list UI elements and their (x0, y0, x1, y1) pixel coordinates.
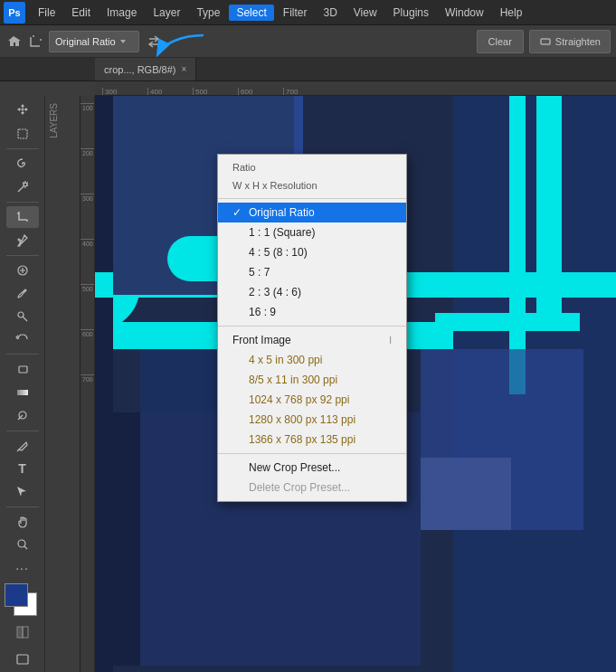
home-icon[interactable] (5, 33, 22, 50)
dropdown-section-ratios: Original Ratio 1 : 1 (Square) 4 : 5 (8 :… (218, 199, 406, 327)
tool-eraser[interactable] (6, 358, 39, 380)
tool-magic-wand[interactable] (6, 175, 39, 197)
menu-help[interactable]: Help (493, 5, 530, 21)
options-bar: Original Ratio Clear Straighten (0, 25, 616, 58)
main-layout: T ··· LAYERS (0, 96, 616, 672)
svg-rect-5 (19, 366, 27, 373)
front-image-shortcut: I (389, 336, 392, 345)
shape-cyan-right-h (435, 313, 580, 331)
tool-more[interactable]: ··· (6, 557, 39, 579)
svg-rect-1 (18, 129, 27, 138)
dropdown-item-4x5[interactable]: 4 x 5 in 300 ppi (218, 350, 406, 370)
sidebar-tools: T ··· (0, 96, 45, 672)
app-logo: Ps (4, 2, 25, 24)
tool-gradient[interactable] (6, 382, 39, 403)
quick-mask-icon[interactable] (6, 620, 39, 645)
dropdown-header-wxh: W x H x Resolution (218, 176, 406, 194)
tool-lasso[interactable] (6, 153, 39, 175)
menu-select[interactable]: Select (229, 5, 273, 21)
dropdown-item-16-9[interactable]: 16 : 9 (218, 302, 406, 322)
dropdown-item-delete-preset: Delete Crop Preset... (218, 478, 406, 497)
menu-bar: Ps File Edit Image Layer Type Select Fil… (0, 0, 616, 25)
tab-bar: crop..., RGB/8#) × (0, 58, 616, 81)
menu-3d[interactable]: 3D (316, 5, 344, 21)
sidebar-separator-2 (6, 202, 39, 203)
sidebar-separator-4 (6, 354, 39, 355)
sidebar-separator-6 (6, 506, 39, 507)
svg-rect-6 (17, 390, 28, 395)
sidebar-separator-3 (6, 255, 39, 256)
tool-dodge[interactable] (6, 404, 39, 426)
canvas-area[interactable]: Ratio W x H x Resolution Original Ratio … (95, 96, 616, 672)
svg-rect-9 (17, 627, 23, 638)
dropdown-section-manage: New Crop Preset... Delete Crop Preset... (218, 454, 406, 501)
menu-image[interactable]: Image (100, 5, 144, 21)
tool-text[interactable]: T (6, 458, 39, 479)
tool-clone-stamp[interactable] (6, 305, 39, 327)
menu-type[interactable]: Type (189, 5, 227, 21)
dropdown-item-front-image[interactable]: Front Image I (218, 330, 406, 350)
sidebar-separator-1 (6, 148, 39, 149)
dropdown-item-5-7[interactable]: 5 : 7 (218, 262, 406, 282)
crop-icon[interactable] (27, 33, 43, 50)
dropdown-item-8x11[interactable]: 8/5 x 11 in 300 ppi (218, 370, 406, 390)
svg-point-8 (18, 540, 25, 547)
tool-eyedropper[interactable] (6, 229, 39, 251)
shape-lower-strip (113, 412, 140, 666)
tab-label: crop..., RGB/8#) (104, 64, 175, 75)
dropdown-item-new-preset[interactable]: New Crop Preset... (218, 458, 406, 478)
tool-spot-heal[interactable] (6, 259, 39, 280)
menu-file[interactable]: File (31, 5, 62, 21)
dropdown-item-original-ratio[interactable]: Original Ratio (218, 203, 406, 222)
color-swatches[interactable] (5, 583, 41, 615)
straighten-label: Straighten (555, 36, 601, 47)
tool-zoom[interactable] (6, 534, 39, 555)
dropdown-item-1280[interactable]: 1280 x 800 px 113 ppi (218, 410, 406, 430)
dropdown-item-2-3[interactable]: 2 : 3 (4 : 6) (218, 282, 406, 302)
dropdown-item-1366[interactable]: 1366 x 768 px 135 ppi (218, 430, 406, 450)
shape-lighter-2 (421, 458, 511, 530)
svg-point-2 (24, 183, 27, 186)
menu-edit[interactable]: Edit (64, 5, 98, 21)
vertical-ruler: 100 200 300 400 500 600 700 (80, 96, 94, 672)
menu-window[interactable]: Window (438, 5, 491, 21)
dropdown-section-presets: Front Image I 4 x 5 in 300 ppi 8/5 x 11 … (218, 327, 406, 454)
ruler-ticks: 300 400 500 600 700 (95, 81, 328, 95)
ratio-dropdown-label: Original Ratio (55, 36, 116, 47)
swap-icon[interactable] (145, 33, 163, 51)
ruler-tick-600: 600 (238, 88, 283, 95)
tool-pen[interactable] (6, 434, 39, 456)
shape-dark-strip (95, 96, 113, 672)
straighten-button[interactable]: Straighten (529, 30, 611, 53)
dropdown-item-1-1[interactable]: 1 : 1 (Square) (218, 222, 406, 242)
menu-view[interactable]: View (346, 5, 384, 21)
panel-label: LAYERS (45, 96, 62, 146)
screen-mode-icon[interactable] (6, 647, 39, 672)
dropdown-item-4-5[interactable]: 4 : 5 (8 : 10) (218, 242, 406, 262)
tool-hand[interactable] (6, 511, 39, 533)
dropdown-item-1024[interactable]: 1024 x 768 px 92 ppi (218, 390, 406, 410)
tool-move[interactable] (6, 99, 39, 121)
tool-history-brush[interactable] (6, 328, 39, 350)
tool-path-select[interactable] (6, 480, 39, 502)
document-tab[interactable]: crop..., RGB/8#) × (95, 58, 196, 80)
ratio-dropdown-menu: Ratio W x H x Resolution Original Ratio … (217, 154, 407, 502)
shape-cyan-vstrip-right (536, 96, 562, 322)
ratio-dropdown[interactable]: Original Ratio (49, 31, 139, 52)
dropdown-header-ratio: Ratio (218, 158, 406, 176)
svg-rect-0 (541, 39, 550, 44)
horizontal-ruler: 300 400 500 600 700 (95, 81, 616, 96)
svg-rect-10 (23, 627, 28, 638)
tab-close-button[interactable]: × (181, 64, 186, 74)
menu-filter[interactable]: Filter (276, 5, 315, 21)
svg-rect-11 (17, 655, 28, 664)
tool-brush[interactable] (6, 282, 39, 304)
tool-crop[interactable] (6, 206, 39, 228)
ruler-tick-300: 300 (102, 88, 147, 95)
dropdown-section-headers: Ratio W x H x Resolution (218, 155, 406, 199)
foreground-color-swatch[interactable] (5, 583, 28, 607)
tool-selection[interactable] (6, 122, 39, 144)
clear-button[interactable]: Clear (477, 30, 524, 53)
menu-plugins[interactable]: Plugins (386, 5, 436, 21)
menu-layer[interactable]: Layer (146, 5, 187, 21)
